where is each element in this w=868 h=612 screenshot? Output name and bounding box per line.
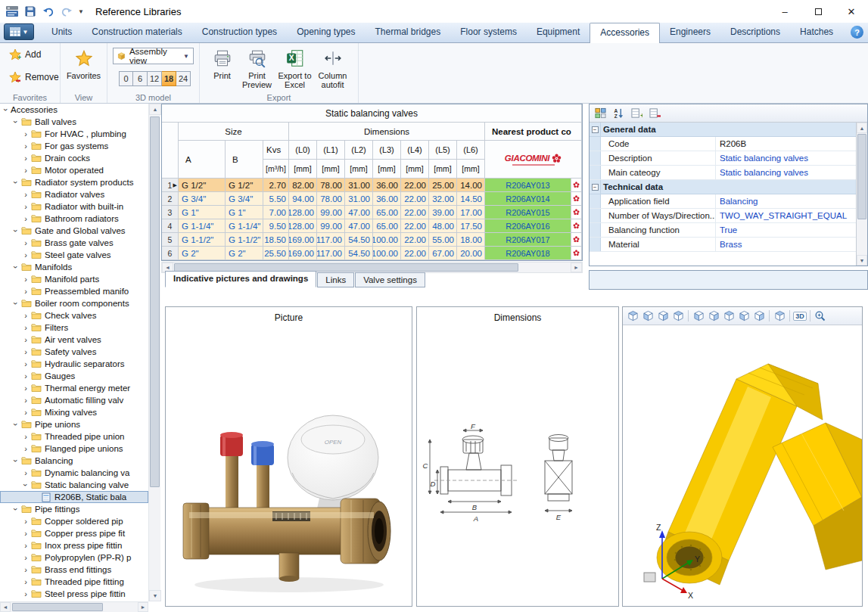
- cell-dim-l3[interactable]: 65.00: [373, 219, 401, 233]
- property-value[interactable]: TWO_WAY_STRAIGHT_EQUAL: [716, 209, 856, 222]
- tree-vertical-scrollbar[interactable]: ▲ ▼: [148, 104, 160, 601]
- tree-item-manifolds[interactable]: ›Manifolds: [0, 261, 148, 273]
- view-cube-iso3-icon[interactable]: [655, 309, 670, 324]
- cell-dim-l2[interactable]: 54.50: [345, 247, 373, 260]
- tree-item-brass-gate-valves[interactable]: ›Brass gate valves: [0, 237, 148, 249]
- expand-chevron-icon[interactable]: ›: [21, 190, 30, 199]
- row-number[interactable]: 5: [162, 233, 179, 247]
- model-detail-option-18[interactable]: 18: [162, 71, 176, 86]
- cell-dim-l6[interactable]: 17.00: [457, 206, 485, 219]
- application-menu-button[interactable]: ▼: [4, 23, 34, 40]
- cell-dim-l6[interactable]: 17.50: [457, 219, 485, 233]
- scroll-left-icon[interactable]: ◄: [0, 602, 11, 612]
- collapse-chevron-icon[interactable]: ›: [21, 480, 30, 489]
- tree-item-radiator-with-built-in[interactable]: ›Radiator with built-in: [0, 200, 148, 213]
- cell-dim-l5[interactable]: 32.00: [429, 192, 457, 206]
- cell-size-a[interactable]: G 1-1/2": [179, 233, 226, 247]
- app-icon[interactable]: [3, 2, 21, 20]
- tab-construction-materials[interactable]: Construction materials: [82, 23, 191, 42]
- tree-item-for-gas-systems[interactable]: ›For gas systems: [0, 140, 148, 152]
- zoom-window-icon[interactable]: [813, 309, 828, 324]
- row-number[interactable]: 6: [162, 247, 179, 260]
- add-favorite-button[interactable]: + Add: [5, 45, 45, 63]
- cell-dim-l6[interactable]: 14.50: [457, 192, 485, 206]
- scrollbar-thumb[interactable]: [857, 134, 866, 219]
- view-cube-iso4-icon[interactable]: [670, 309, 686, 324]
- expand-chevron-icon[interactable]: ›: [21, 396, 30, 405]
- expand-chevron-icon[interactable]: ›: [21, 250, 30, 259]
- column-header-l4[interactable]: (L4): [401, 141, 429, 160]
- expand-chevron-icon[interactable]: ›: [21, 154, 30, 163]
- row-number[interactable]: 3: [162, 206, 179, 219]
- cell-dim-l2[interactable]: 31.00: [345, 179, 373, 192]
- cell-product-code[interactable]: R206AY016: [485, 219, 571, 233]
- collapse-group-icon[interactable]: −: [592, 126, 599, 133]
- cell-dim-l2[interactable]: 31.00: [345, 192, 373, 206]
- minimize-button[interactable]: –: [768, 0, 801, 23]
- categorized-view-icon[interactable]: [593, 106, 608, 121]
- tree-item-r206b-static-bala[interactable]: R206B, Static bala: [0, 491, 148, 503]
- tree-item-drain-cocks[interactable]: ›Drain cocks: [0, 152, 148, 164]
- column-header-l1[interactable]: (L1): [317, 141, 345, 160]
- expand-chevron-icon[interactable]: ›: [21, 553, 30, 562]
- expand-chevron-icon[interactable]: ›: [21, 517, 30, 526]
- property-value[interactable]: Balancing: [716, 194, 856, 208]
- undo-button[interactable]: [39, 2, 58, 20]
- cell-dim-l2[interactable]: 47.00: [345, 206, 373, 219]
- cell-size-a[interactable]: G 1-1/4": [179, 219, 226, 233]
- tree-item-bathroom-radiators[interactable]: ›Bathroom radiators: [0, 213, 148, 225]
- tree-item-for-hvac-plumbing[interactable]: ›For HVAC , plumbing: [0, 128, 148, 140]
- property-row-code[interactable]: CodeR206B: [590, 137, 856, 151]
- expand-groups-icon[interactable]: +: [629, 106, 644, 121]
- scrollbar-thumb[interactable]: [150, 116, 160, 487]
- tree-item-steel-gate-valves[interactable]: ›Steel gate valves: [0, 249, 148, 261]
- collapse-chevron-icon[interactable]: ›: [11, 456, 20, 465]
- view-cube-iso1-icon[interactable]: [625, 309, 640, 324]
- scroll-down-icon[interactable]: ▼: [857, 255, 867, 266]
- bottom-tab-valve-settings[interactable]: Valve settings: [355, 272, 425, 287]
- property-value[interactable]: Brass: [716, 238, 856, 251]
- cell-dim-l6[interactable]: 20.00: [457, 247, 485, 260]
- property-group-general-data[interactable]: −General data: [590, 123, 856, 137]
- expand-chevron-icon[interactable]: ›: [21, 529, 30, 538]
- cell-dim-l3[interactable]: 100.00: [373, 247, 401, 260]
- cell-dim-l1[interactable]: 117.00: [317, 247, 345, 260]
- cell-dim-l2[interactable]: 47.00: [345, 219, 373, 233]
- expand-chevron-icon[interactable]: ›: [21, 311, 30, 320]
- expand-chevron-icon[interactable]: ›: [21, 408, 30, 417]
- row-number[interactable]: 1▶: [162, 179, 179, 192]
- cell-dim-l5[interactable]: 67.00: [429, 247, 457, 260]
- expand-chevron-icon[interactable]: ›: [21, 141, 30, 151]
- expand-chevron-icon[interactable]: ›: [21, 166, 30, 175]
- cell-dim-l0[interactable]: 82.00: [289, 179, 317, 192]
- column-header-kvs[interactable]: Kvs: [263, 141, 289, 160]
- view-cube-left-icon[interactable]: [721, 309, 736, 324]
- column-header-l6[interactable]: (L6): [457, 141, 485, 160]
- collapse-chevron-icon[interactable]: ›: [11, 299, 20, 308]
- expand-chevron-icon[interactable]: ›: [21, 384, 30, 393]
- tree-item-gauges[interactable]: ›Gauges: [0, 370, 148, 382]
- view-cube-right-icon[interactable]: [736, 309, 751, 324]
- tab-descriptions[interactable]: Descriptions: [720, 23, 790, 42]
- cell-size-a[interactable]: G 2": [179, 247, 226, 260]
- cell-kvs[interactable]: 2.70: [263, 179, 289, 192]
- bottom-tab-links[interactable]: Links: [317, 272, 354, 287]
- view-dimetric-icon[interactable]: [772, 309, 787, 324]
- size-group-header[interactable]: Size: [179, 123, 289, 141]
- tree-item-preassembled-manifo[interactable]: ›Preassembled manifo: [0, 285, 148, 297]
- cell-product-code[interactable]: R206AY013: [485, 179, 571, 192]
- column-header-a[interactable]: A: [179, 141, 226, 179]
- cell-product-code[interactable]: R206AY018: [485, 247, 571, 260]
- tree-item-pipe-fittings[interactable]: ›Pipe fittings: [0, 503, 148, 515]
- cell-dim-l3[interactable]: 65.00: [373, 206, 401, 219]
- property-value[interactable]: True: [716, 223, 856, 237]
- cell-dim-l4[interactable]: 22.00: [401, 206, 429, 219]
- cell-dim-l5[interactable]: 39.00: [429, 206, 457, 219]
- tree-horizontal-scrollbar[interactable]: ◄ ►: [0, 601, 148, 612]
- property-row-number-of-ways-direction[interactable]: Number of Ways/Direction...TWO_WAY_STRAI…: [590, 209, 856, 223]
- print-preview-button[interactable]: Print Preview: [238, 45, 276, 89]
- cell-kvs[interactable]: 7.00: [263, 206, 289, 219]
- property-value[interactable]: Static balancing valves: [716, 166, 856, 179]
- collapse-chevron-icon[interactable]: ›: [11, 178, 20, 187]
- column-header-b[interactable]: B: [226, 141, 263, 179]
